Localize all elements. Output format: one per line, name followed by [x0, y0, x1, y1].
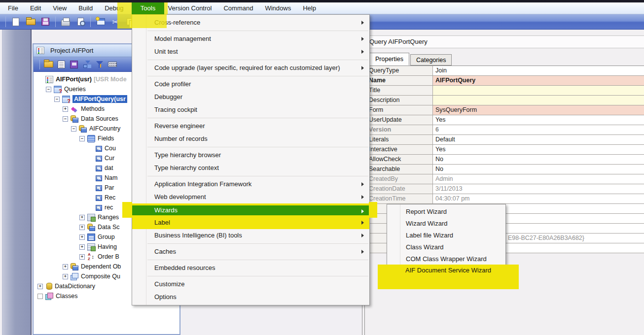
property-value[interactable]: Admin	[433, 174, 644, 184]
fint-icon	[96, 205, 102, 211]
menu-item-label[interactable]: Label	[132, 216, 369, 229]
menu-item-model-management[interactable]: Model management	[132, 33, 369, 45]
submenu-item-report-wizard[interactable]: Report Wizard	[387, 206, 505, 218]
property-value[interactable]: Yes	[433, 115, 644, 125]
menu-item-type-hierarchy-browser[interactable]: Type hierarchy browser	[132, 149, 369, 162]
submenu-item-label-file-wizard[interactable]: Label file Wizard	[387, 230, 505, 241]
property-value[interactable]	[433, 96, 644, 105]
docked-panel-strip[interactable]	[2, 30, 32, 335]
properties-button[interactable]	[55, 59, 68, 70]
menu-item-wizards[interactable]: Wizards	[132, 203, 369, 216]
menubar-item-windows[interactable]: Windows	[259, 2, 297, 14]
tree-item-label: DataDictionary	[55, 283, 95, 290]
expand-toggle-icon[interactable]: +	[79, 225, 85, 230]
expand-toggle-icon[interactable]: +	[63, 274, 68, 279]
menu-item-debugger[interactable]: Debugger	[132, 91, 369, 103]
new-window-button[interactable]	[93, 15, 108, 28]
expand-toggle-icon[interactable]: +	[79, 215, 85, 220]
keyboard-icon	[108, 62, 117, 67]
menu-item-customize[interactable]: Customize	[132, 278, 369, 291]
print-preview-button[interactable]	[73, 15, 88, 28]
submenu-item-aif-document-service-wizard[interactable]: AIF Document Service Wizard	[405, 265, 491, 276]
expand-toggle-icon[interactable]: −	[54, 97, 60, 102]
property-value[interactable]: Default	[433, 135, 644, 144]
menu-item-embedded-resources[interactable]: Embedded resources	[132, 262, 369, 274]
property-label: CreatedBy	[366, 174, 433, 184]
tab-properties[interactable]: Properties	[369, 53, 409, 66]
expand-toggle-icon[interactable]: +	[79, 244, 85, 250]
submenu-item-class-wizard[interactable]: Class Wizard	[387, 241, 505, 253]
submenu-item-com-class-wrapper-wizard[interactable]: COM Class Wrapper Wizard	[387, 253, 505, 265]
new-document-button[interactable]	[8, 15, 23, 28]
menu-item-reverse-engineer[interactable]: Reverse engineer	[132, 120, 369, 133]
classes-icon	[45, 293, 53, 300]
print-button[interactable]	[58, 15, 73, 28]
expand-toggle-icon	[88, 156, 93, 161]
menubar-item-edit[interactable]: Edit	[24, 2, 47, 14]
hierarchy-icon	[83, 61, 91, 68]
new-window-icon	[97, 18, 105, 25]
menu-item-code-upgrade-layer-specific-required-for-each-customized-layer[interactable]: Code upgrade (layer specific, required f…	[132, 62, 369, 74]
property-value[interactable]: AIFPortQuery	[433, 76, 644, 85]
menu-item-unit-test[interactable]: Unit test	[132, 45, 369, 58]
property-label: QueryType	[366, 66, 433, 75]
expand-toggle-icon[interactable]: −	[71, 126, 76, 132]
hierarchy-button[interactable]	[80, 59, 93, 70]
menu-item-cross-reference[interactable]: Cross-reference	[132, 16, 369, 29]
property-row-searchable: SearchableNo	[366, 165, 644, 174]
property-value[interactable]	[433, 86, 644, 95]
filter-button[interactable]	[93, 59, 106, 70]
menubar-item-file[interactable]: File	[2, 2, 24, 14]
submenu-arrow-icon	[361, 221, 364, 225]
expand-toggle-icon[interactable]: −	[46, 87, 51, 92]
menu-item-tracing-cockpit[interactable]: Tracing cockpit	[132, 103, 369, 116]
cut-button[interactable]: ✂	[108, 15, 123, 28]
tab-categories[interactable]: Categories	[410, 54, 452, 66]
expand-toggle-icon[interactable]: +	[63, 264, 68, 269]
menu-separator	[147, 276, 368, 276]
property-value[interactable]: 3/11/2013	[433, 184, 644, 194]
ds-icon	[87, 224, 95, 231]
property-value[interactable]: SysQueryForm	[433, 105, 644, 115]
menubar-item-version-control[interactable]: Version Control	[162, 2, 218, 14]
property-value[interactable]: Join	[433, 66, 644, 75]
property-row-interactive: InteractiveYes	[366, 145, 644, 155]
expand-toggle-icon[interactable]: −	[63, 116, 68, 122]
save-button[interactable]	[38, 15, 53, 28]
properties-window-title: Query AIFPortQuery	[365, 35, 644, 48]
menu-item-label: Label	[154, 219, 170, 226]
open-folder-button[interactable]	[23, 15, 38, 28]
expand-toggle-icon[interactable]: +	[79, 234, 85, 240]
open-folder-button[interactable]	[42, 59, 55, 70]
menu-item-web-development[interactable]: Web development	[132, 191, 369, 203]
menu-item-application-integration-framework[interactable]: Application Integration Framework	[132, 178, 369, 191]
import-button[interactable]	[68, 59, 80, 70]
menu-item-business-intelligence-bi-tools[interactable]: Business Intelligence (BI) tools	[132, 229, 369, 242]
menu-item-label: Caches	[154, 248, 176, 255]
menu-item-number-of-records[interactable]: Number of records	[132, 133, 369, 145]
property-value[interactable]: No	[433, 155, 644, 164]
expand-toggle-icon[interactable]: −	[79, 136, 85, 141]
menu-item-caches[interactable]: Caches	[132, 245, 369, 258]
property-value[interactable]: Yes	[433, 145, 644, 154]
menubar-item-view[interactable]: View	[47, 2, 72, 14]
menubar-item-help[interactable]: Help	[297, 2, 322, 14]
menubar-item-debug[interactable]: Debug	[99, 2, 129, 14]
property-value[interactable]: No	[433, 165, 644, 174]
menubar-item-command[interactable]: Command	[217, 2, 259, 14]
expand-toggle-icon[interactable]: +	[63, 106, 68, 112]
submenu-item-wizard-wizard[interactable]: Wizard Wizard	[387, 218, 505, 230]
menu-item-options[interactable]: Options	[132, 291, 369, 303]
expand-toggle-icon[interactable]: +	[37, 284, 43, 289]
property-value[interactable]: 04:30:07 pm	[433, 194, 644, 203]
menubar-item-build[interactable]: Build	[72, 2, 99, 14]
methods-icon	[71, 105, 78, 113]
menu-item-type-hierarchy-context[interactable]: Type hierarchy context	[132, 162, 369, 174]
tree-checkbox[interactable]	[37, 294, 43, 299]
keyboard-button[interactable]	[106, 59, 119, 70]
expand-toggle-icon[interactable]: +	[79, 254, 85, 260]
property-row-name: NameAIFPortQuery	[366, 76, 644, 86]
menubar-item-tools[interactable]: Tools	[132, 2, 164, 14]
property-value[interactable]: 6	[433, 125, 644, 134]
menu-item-code-profiler[interactable]: Code profiler	[132, 78, 369, 91]
